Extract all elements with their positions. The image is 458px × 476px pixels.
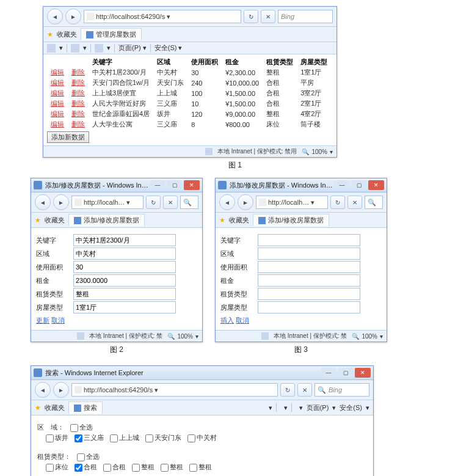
dd3[interactable]: ▾ <box>107 44 111 52</box>
search-box[interactable]: 🔍Bing <box>314 383 369 397</box>
tab-edit[interactable]: 添加/修改房屋数据 <box>68 214 145 226</box>
back-button[interactable]: ◄ <box>47 9 63 24</box>
close-button[interactable]: ✕ <box>368 180 384 190</box>
input-type[interactable] <box>73 301 176 313</box>
favorites-label[interactable]: 收藏夹 <box>57 30 77 39</box>
input-size[interactable] <box>258 261 360 273</box>
delete-link[interactable]: 删除 <box>71 100 85 107</box>
checkbox-中关村[interactable]: 中关村 <box>187 433 217 442</box>
delete-link[interactable]: 删除 <box>71 120 85 128</box>
checkbox-合租[interactable]: 合租 <box>75 463 97 472</box>
favorites-icon[interactable]: ★ <box>35 216 41 224</box>
forward-button[interactable]: ► <box>53 194 69 210</box>
minimize-button[interactable]: — <box>334 180 350 190</box>
checkbox-整租[interactable]: 整租 <box>189 463 212 472</box>
delete-link[interactable]: 删除 <box>71 79 85 86</box>
input-lease[interactable] <box>258 288 360 300</box>
favorites-icon[interactable]: ★ <box>219 216 225 224</box>
zoom-control[interactable]: 🔍100% ▾ <box>302 148 333 155</box>
forward-button[interactable]: ► <box>53 382 69 398</box>
page-menu[interactable]: 页面(P) <box>307 403 329 412</box>
search-box[interactable]: 🔍 <box>180 196 198 209</box>
stop-button[interactable]: ✕ <box>347 196 362 209</box>
address-bar[interactable]: http://localhost:64290/s ▾ <box>84 10 241 23</box>
dd2[interactable]: ▾ <box>83 44 87 52</box>
checkbox-上上城[interactable]: 上上城 <box>110 433 139 442</box>
favorites-label[interactable]: 收藏夹 <box>45 403 65 412</box>
add-new-button[interactable]: 添加新数据 <box>47 131 89 143</box>
edit-link[interactable]: 编辑 <box>51 110 64 117</box>
mail-icon[interactable] <box>95 44 103 53</box>
checkbox-整租[interactable]: 整租 <box>161 463 183 472</box>
input-size[interactable] <box>73 261 176 273</box>
zoom-control[interactable]: 🔍 100% ▾ <box>167 333 198 340</box>
maximize-button[interactable]: ▢ <box>167 180 183 190</box>
area-all[interactable]: 全选 <box>70 423 93 432</box>
address-bar[interactable]: http://localhost:64290/s ▾ <box>71 383 278 397</box>
insert-link[interactable]: 插入 <box>220 317 234 324</box>
checkbox-床位[interactable]: 床位 <box>46 463 68 472</box>
edit-link[interactable]: 编辑 <box>51 79 64 86</box>
cancel-link[interactable]: 取消 <box>51 317 65 324</box>
maximize-button[interactable]: ▢ <box>351 180 367 190</box>
tab-edit[interactable]: 添加/修改房屋数据 <box>253 214 329 226</box>
minimize-button[interactable]: — <box>150 180 165 190</box>
checkbox-三义庙[interactable]: 三义庙 <box>75 433 104 442</box>
input-lease[interactable] <box>73 288 176 300</box>
input-type[interactable] <box>258 301 360 313</box>
favorites-label[interactable]: 收藏夹 <box>45 216 65 225</box>
favorites-icon[interactable]: ★ <box>35 404 41 412</box>
input-rent[interactable] <box>73 274 176 287</box>
stop-button[interactable]: ✕ <box>163 196 178 209</box>
checkbox-整租[interactable]: 整租 <box>132 463 154 472</box>
feed-icon[interactable] <box>71 44 79 53</box>
back-button[interactable]: ◄ <box>35 382 51 398</box>
edit-link[interactable]: 编辑 <box>51 89 64 97</box>
forward-button[interactable]: ► <box>65 9 81 24</box>
address-bar[interactable]: http://localh… ▾ <box>256 196 328 209</box>
cancel-link[interactable]: 取消 <box>236 317 249 324</box>
input-area[interactable] <box>258 247 360 260</box>
stop-button[interactable]: ✕ <box>297 383 312 397</box>
input-kw[interactable] <box>258 234 360 246</box>
dropdown-icon[interactable]: ▾ <box>167 13 170 21</box>
refresh-button[interactable]: ↻ <box>280 383 295 397</box>
maximize-button[interactable]: ▢ <box>338 368 354 378</box>
tab-manage[interactable]: 管理房屋数据 <box>81 28 142 40</box>
edit-link[interactable]: 编辑 <box>51 68 64 76</box>
checkbox-合租[interactable]: 合租 <box>103 463 126 472</box>
input-area[interactable] <box>73 247 176 260</box>
lease-all[interactable]: 全选 <box>77 452 100 461</box>
delete-link[interactable]: 删除 <box>71 68 85 76</box>
close-button[interactable]: ✕ <box>184 180 200 190</box>
refresh-button[interactable]: ↻ <box>330 196 345 209</box>
checkbox-坂井[interactable]: 坂井 <box>46 433 68 442</box>
edit-link[interactable]: 编辑 <box>51 120 64 128</box>
safe-menu[interactable]: 安全(S) <box>340 403 362 412</box>
page-menu[interactable]: 页面(P) ▾ <box>118 43 147 53</box>
dd1[interactable]: ▾ <box>59 44 63 52</box>
address-bar[interactable]: http://localh… ▾ <box>71 196 144 209</box>
home-icon[interactable] <box>47 44 56 53</box>
favorites-icon[interactable]: ★ <box>47 31 53 38</box>
input-kw[interactable] <box>73 234 176 246</box>
stop-button[interactable]: ✕ <box>261 10 275 23</box>
tab-search[interactable]: 搜索 <box>68 401 103 414</box>
minimize-button[interactable]: — <box>321 368 336 378</box>
search-box[interactable]: 🔍 <box>365 196 383 209</box>
update-link[interactable]: 更新 <box>36 317 49 324</box>
close-button[interactable]: ✕ <box>355 368 371 378</box>
input-rent[interactable] <box>258 274 360 287</box>
edit-link[interactable]: 编辑 <box>51 100 64 107</box>
checkbox-天安门东[interactable]: 天安门东 <box>145 433 181 442</box>
back-button[interactable]: ◄ <box>35 194 51 210</box>
forward-button[interactable]: ► <box>238 194 253 210</box>
safe-menu[interactable]: 安全(S) ▾ <box>154 43 183 53</box>
refresh-button[interactable]: ↻ <box>146 196 161 209</box>
back-button[interactable]: ◄ <box>219 194 235 210</box>
zoom-control[interactable]: 🔍 100% ▾ <box>352 333 383 340</box>
refresh-button[interactable]: ↻ <box>244 10 258 23</box>
favorites-label[interactable]: 收藏夹 <box>229 216 249 225</box>
delete-link[interactable]: 删除 <box>71 89 85 97</box>
delete-link[interactable]: 删除 <box>71 110 85 117</box>
